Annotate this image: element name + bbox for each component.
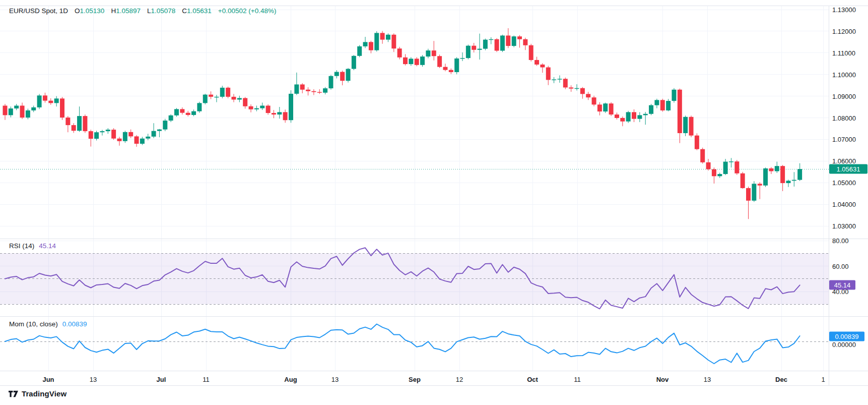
footer[interactable]: TradingView <box>9 389 66 398</box>
candle-body <box>94 132 99 139</box>
candle-body <box>31 107 36 110</box>
candle-body <box>443 67 447 70</box>
price-axis-label: 1.11000 <box>832 49 855 56</box>
candle-body <box>403 57 408 64</box>
candle-body <box>306 90 310 91</box>
candle-body <box>420 56 425 65</box>
candle-body <box>369 42 373 50</box>
candle-body <box>752 184 756 200</box>
candle-body <box>89 131 93 139</box>
candle-body <box>500 35 505 50</box>
last-price-badge: 1.05631 <box>829 164 867 174</box>
price-axis-label: 1.10000 <box>832 71 856 78</box>
candle-body <box>603 103 608 111</box>
candle-body <box>797 169 802 180</box>
ohlc-low: L1.05078 <box>145 7 175 15</box>
candlestick-series <box>3 28 803 219</box>
candle-body <box>289 94 293 120</box>
candle-body <box>60 98 64 118</box>
mom-line <box>5 324 800 364</box>
symbol-legend[interactable]: EUR/USD Spot, 1D O1.05130 H1.05897 L1.05… <box>9 7 276 15</box>
candle-body <box>466 46 471 58</box>
candle-body <box>363 42 368 46</box>
candle-body <box>729 161 733 162</box>
candle-body <box>65 118 70 125</box>
candle-body <box>415 59 419 65</box>
candle-body <box>335 72 339 76</box>
rsi-axis-label: 80.00 <box>832 237 849 245</box>
time-axis-label: 11 <box>203 376 210 383</box>
candle-body <box>620 118 625 122</box>
candle-body <box>535 60 539 65</box>
candle-body <box>357 46 362 56</box>
candle-body <box>540 65 545 68</box>
candle-body <box>266 105 271 113</box>
candle-body <box>506 35 510 46</box>
candle-body <box>706 162 711 169</box>
time-axis-label: 12 <box>456 376 463 383</box>
candle-body <box>254 108 259 109</box>
candle-body <box>695 136 699 149</box>
candle-body <box>449 70 453 72</box>
price-axis-label: 1.13000 <box>832 6 856 14</box>
price-axis-label: 1.07000 <box>832 136 856 143</box>
candle-body <box>660 100 665 110</box>
candle-body <box>317 92 322 92</box>
candle-body <box>512 36 516 46</box>
tradingview-logo-text: TradingView <box>22 389 66 398</box>
rsi-title: RSI (14) <box>9 242 34 250</box>
candle-body <box>700 149 705 162</box>
candle-body <box>26 110 30 118</box>
candle-body <box>100 131 104 132</box>
candle-body <box>592 97 596 104</box>
candle-body <box>409 59 413 64</box>
time-axis-label: Jun <box>42 376 54 383</box>
candle-body <box>683 117 688 133</box>
candle-body <box>163 121 167 130</box>
candle-body <box>226 88 230 97</box>
candle-body <box>735 161 739 173</box>
candle-body <box>769 168 773 171</box>
candle-body <box>14 105 19 108</box>
candle-body <box>191 111 196 115</box>
candle-body <box>249 106 253 109</box>
candle-body <box>580 88 585 94</box>
candle-body <box>311 91 316 92</box>
time-axis-label: Nov <box>656 376 669 383</box>
candle-body <box>626 112 631 121</box>
candle-body <box>609 103 614 114</box>
ohlc-close: C1.05631 <box>180 7 212 15</box>
candle-body <box>437 56 442 67</box>
candle-body <box>786 181 790 183</box>
candle-body <box>569 87 573 88</box>
candle-body <box>615 114 619 118</box>
time-axis-label: Dec <box>775 376 787 383</box>
time-axis-label: 1 <box>821 376 825 383</box>
price-axis-label: 1.08000 <box>832 114 856 122</box>
chart-canvas[interactable] <box>0 0 868 405</box>
rsi-legend[interactable]: RSI (14) 45.14 <box>9 242 56 250</box>
candle-body <box>563 79 568 87</box>
candle-body <box>220 88 225 97</box>
candle-body <box>792 180 796 181</box>
tradingview-logo-icon <box>9 390 18 397</box>
mom-legend[interactable]: Mom (10, close) 0.00839 <box>9 320 87 328</box>
candle-body <box>672 90 676 101</box>
time-axis-label: Oct <box>527 376 538 383</box>
rsi-value-badge: 45.14 <box>829 280 855 290</box>
candle-body <box>649 105 653 114</box>
candle-body <box>546 68 551 80</box>
price-change: +0.00502 (+0.48%) <box>218 7 277 15</box>
time-axis-label: 11 <box>574 376 581 383</box>
candle-body <box>300 84 305 89</box>
candle-body <box>712 169 716 177</box>
candle-body <box>632 112 636 119</box>
candle-body <box>123 132 127 141</box>
candle-body <box>340 72 345 81</box>
candle-body <box>391 35 396 48</box>
candle-body <box>232 97 236 100</box>
candle-body <box>643 114 648 115</box>
candle-body <box>654 100 659 105</box>
candle-body <box>9 108 13 115</box>
price-axis-label: 1.05000 <box>832 179 856 187</box>
